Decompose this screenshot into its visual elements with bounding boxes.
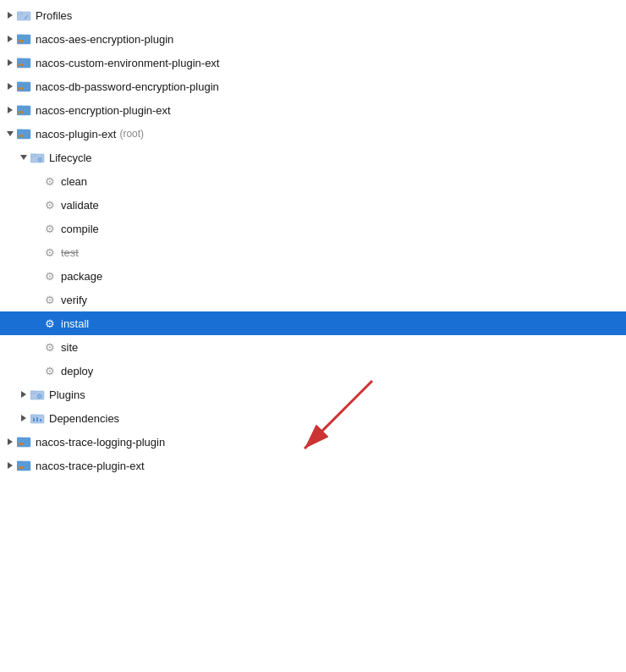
svg-text:✓: ✓ — [24, 14, 30, 21]
svg-text:m: m — [19, 61, 24, 68]
svg-text:⚙: ⚙ — [45, 246, 55, 259]
expand-arrow-nacos-trace[interactable] — [3, 435, 17, 449]
svg-text:m: m — [19, 108, 24, 115]
tree-item-deploy[interactable]: ⚙ deploy — [0, 359, 626, 383]
svg-text:⚙: ⚙ — [45, 341, 55, 354]
svg-text:⚙: ⚙ — [37, 157, 42, 162]
tree-item-profiles[interactable]: ✓ Profiles — [0, 3, 626, 27]
svg-text:m: m — [19, 132, 24, 139]
svg-text:⚙: ⚙ — [45, 294, 55, 306]
svg-text:⚙: ⚙ — [45, 365, 55, 377]
plugins-folder-icon: ⚙ — [30, 388, 46, 401]
svg-text:m: m — [19, 464, 24, 471]
tree-item-nacos-trace[interactable]: m nacos-trace-logging-plugin — [0, 430, 626, 454]
expand-arrow-verify[interactable] — [30, 293, 44, 306]
maven-icon: m — [17, 56, 32, 69]
gear-icon: ⚙ — [44, 245, 58, 259]
tree-item-nacos-trace-ext[interactable]: m nacos-trace-plugin-ext — [0, 454, 626, 477]
expand-arrow-nacos-db[interactable] — [3, 80, 17, 93]
expand-arrow-nacos-enc[interactable] — [3, 103, 17, 117]
maven-icon: m — [17, 127, 32, 140]
expand-arrow-lifecycle[interactable] — [17, 151, 30, 164]
gear-icon: ⚙ — [44, 293, 58, 306]
svg-text:⚙: ⚙ — [36, 393, 42, 400]
maven-icon: m — [17, 103, 32, 117]
item-label-nacos-custom: nacos-custom-environment-plugin-ext — [36, 57, 219, 69]
expand-arrow-compile[interactable] — [30, 222, 44, 235]
expand-arrow-deploy[interactable] — [30, 364, 44, 377]
lifecycle-folder-icon: ⚙ — [30, 151, 46, 164]
svg-marker-20 — [7, 131, 14, 136]
tree-item-nacos-aes[interactable]: m nacos-aes-encryption-plugin — [0, 27, 626, 51]
tree-item-validate[interactable]: ⚙ validate — [0, 193, 626, 217]
svg-text:m: m — [19, 440, 24, 447]
maven-tree: ✓ Profiles m nacos-aes-encryption-plugin… — [0, 0, 626, 481]
svg-rect-2 — [17, 12, 22, 14]
svg-marker-8 — [8, 59, 13, 66]
maven-icon: m — [17, 435, 32, 449]
maven-icon: m — [17, 459, 32, 472]
tree-item-nacos-custom[interactable]: m nacos-custom-environment-plugin-ext — [0, 51, 626, 74]
svg-rect-45 — [36, 417, 38, 421]
svg-rect-26 — [30, 154, 36, 157]
expand-arrow-nacos-trace-ext[interactable] — [3, 459, 17, 472]
profiles-folder-icon: ✓ — [17, 8, 32, 22]
item-label-test: test — [61, 246, 79, 259]
gear-icon: ⚙ — [44, 174, 58, 188]
item-label-install: install — [61, 317, 89, 330]
item-label-nacos-enc: nacos-encryption-plugin-ext — [36, 104, 171, 117]
expand-arrow-install[interactable] — [30, 317, 44, 330]
svg-text:⚙: ⚙ — [45, 199, 55, 212]
svg-marker-4 — [8, 36, 13, 42]
expand-arrow-nacos-custom[interactable] — [3, 56, 17, 69]
tree-item-nacos-plugin-ext[interactable]: m nacos-plugin-ext (root) — [0, 122, 626, 146]
tree-item-package[interactable]: ⚙ package — [0, 264, 626, 288]
tree-item-nacos-db[interactable]: m nacos-db-password-encryption-plugin — [0, 74, 626, 98]
expand-arrow-clean[interactable] — [30, 174, 44, 188]
svg-text:⚙: ⚙ — [45, 317, 55, 330]
svg-marker-47 — [8, 438, 13, 445]
item-label-validate: validate — [61, 199, 99, 212]
item-label-verify: verify — [61, 294, 87, 306]
item-label-nacos-aes: nacos-aes-encryption-plugin — [36, 33, 173, 46]
svg-marker-16 — [8, 107, 13, 113]
tree-item-site[interactable]: ⚙ site — [0, 335, 626, 359]
expand-arrow-test[interactable] — [30, 245, 44, 259]
tree-item-test[interactable]: ⚙ test — [0, 240, 626, 264]
deps-folder-icon — [30, 411, 46, 425]
expand-arrow-dependencies[interactable] — [17, 411, 30, 425]
item-label-nacos-trace-ext: nacos-trace-plugin-ext — [36, 460, 145, 472]
svg-text:m: m — [19, 37, 24, 44]
maven-icon: m — [17, 80, 32, 93]
expand-arrow-nacos-plugin-ext[interactable] — [3, 127, 17, 140]
tree-item-dependencies[interactable]: Dependencies — [0, 406, 626, 430]
item-label-compile: compile — [61, 223, 99, 235]
item-label-nacos-trace: nacos-trace-logging-plugin — [36, 436, 165, 449]
expand-arrow-validate[interactable] — [30, 198, 44, 212]
expand-arrow-nacos-aes[interactable] — [3, 32, 17, 46]
item-label-clean: clean — [61, 175, 87, 188]
svg-rect-44 — [33, 418, 35, 421]
expand-arrow-package[interactable] — [30, 269, 44, 283]
svg-rect-46 — [40, 419, 41, 421]
item-label-dependencies: Dependencies — [49, 412, 119, 425]
tree-item-lifecycle[interactable]: ⚙ Lifecycle — [0, 146, 626, 169]
gear-icon: ⚙ — [44, 340, 58, 354]
tree-item-plugins[interactable]: ⚙ Plugins — [0, 383, 626, 406]
tree-item-verify[interactable]: ⚙ verify — [0, 288, 626, 311]
expand-arrow-profiles[interactable] — [3, 8, 17, 22]
gear-icon: ⚙ — [44, 198, 58, 212]
item-label-nacos-db: nacos-db-password-encryption-plugin — [36, 80, 219, 93]
item-label-plugins: Plugins — [49, 388, 85, 401]
tree-item-clean[interactable]: ⚙ clean — [0, 169, 626, 193]
tree-item-nacos-enc[interactable]: m nacos-encryption-plugin-ext — [0, 98, 626, 122]
svg-text:⚙: ⚙ — [45, 175, 55, 188]
svg-text:⚙: ⚙ — [45, 223, 55, 235]
item-label-lifecycle: Lifecycle — [49, 151, 92, 164]
expand-arrow-plugins[interactable] — [17, 388, 30, 401]
expand-arrow-site[interactable] — [30, 340, 44, 354]
tree-item-install[interactable]: ⚙ install — [0, 311, 626, 335]
tree-item-compile[interactable]: ⚙ compile — [0, 217, 626, 240]
svg-rect-43 — [30, 415, 36, 417]
svg-rect-39 — [30, 391, 36, 394]
